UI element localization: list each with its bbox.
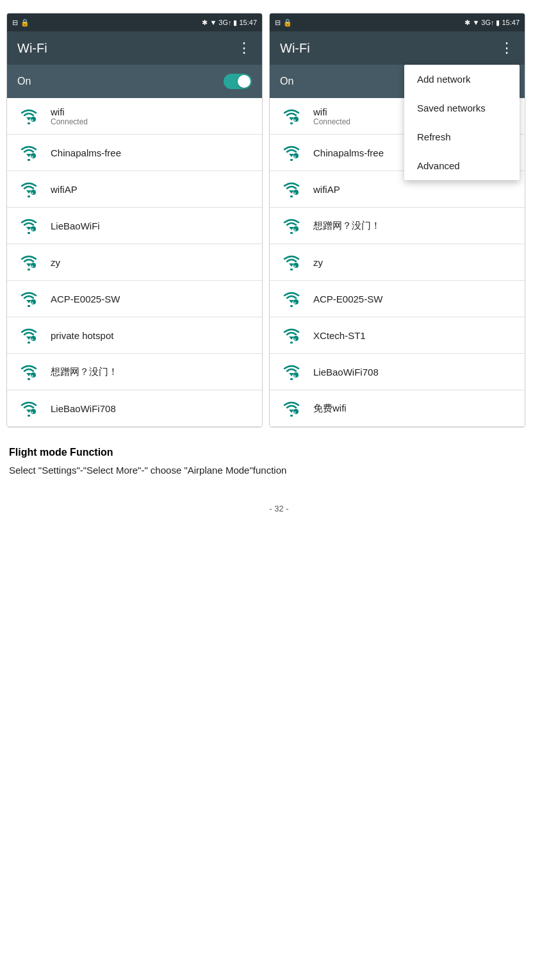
wifi-signal-svg: a — [19, 143, 38, 162]
wifi-signal-svg: a — [282, 179, 301, 199]
network-info: wifiAP — [313, 184, 340, 195]
svg-marker-44 — [289, 190, 294, 194]
lock-icon: 🔒 — [21, 19, 29, 27]
svg-marker-60 — [289, 336, 294, 340]
network-item[interactable]: a ACP-E0025-SW — [7, 281, 262, 317]
wifi-signal-svg: a — [282, 326, 301, 345]
wifi-icon: a — [17, 251, 40, 274]
wifi-signal-svg: a — [282, 106, 301, 126]
network-item[interactable]: a LieBaoWiFi708 — [7, 390, 262, 427]
svg-rect-65 — [290, 378, 293, 380]
wifi-signal-svg: a — [19, 289, 38, 308]
wifi-icon: a — [17, 287, 40, 310]
menu-add-network[interactable]: Add network — [404, 65, 520, 94]
network-item[interactable]: a wifiAP — [7, 171, 262, 208]
network-item[interactable]: a Chinapalms-free — [7, 135, 262, 171]
wifi-icon: a — [17, 214, 40, 237]
network-name: XCtech-ST1 — [313, 330, 366, 341]
network-info: LieBaoWiFi708 — [313, 367, 379, 378]
network-name: wifi — [51, 106, 88, 117]
wifi-signal-svg: a — [282, 143, 301, 162]
network-item[interactable]: a ACP-E0025-SW — [270, 281, 525, 317]
svg-marker-12 — [26, 227, 31, 230]
wifi-signal-svg: a — [282, 216, 301, 235]
svg-rect-49 — [290, 232, 293, 234]
network-name: Chinapalms-free — [51, 147, 121, 158]
dropdown-menu: Add network Saved networks Refresh Advan… — [404, 65, 520, 180]
flight-mode-title: Flight mode Function — [9, 447, 549, 458]
network-item[interactable]: a 想蹭网？没门！ — [270, 208, 525, 244]
menu-saved-networks[interactable]: Saved networks — [404, 94, 520, 122]
network-item[interactable]: a private hotspot — [7, 317, 262, 354]
on-label-right: On — [280, 76, 293, 87]
menu-refresh[interactable]: Refresh — [404, 122, 520, 151]
svg-marker-56 — [289, 300, 294, 303]
network-info: ACP-E0025-SW — [313, 294, 382, 304]
network-item[interactable]: a zy — [270, 244, 525, 281]
network-name: ACP-E0025-SW — [51, 294, 120, 304]
network-name: LieBaoWiFi — [51, 220, 100, 231]
svg-rect-37 — [290, 122, 293, 124]
wifi-toggle-left[interactable] — [224, 74, 252, 89]
svg-text:a: a — [294, 301, 296, 304]
network-name: LieBaoWiFi708 — [313, 367, 379, 378]
svg-rect-45 — [290, 195, 293, 197]
on-label-left: On — [17, 76, 31, 87]
network-info: private hotspot — [51, 330, 113, 341]
wifi-icon: a — [280, 397, 303, 420]
svg-rect-21 — [28, 305, 30, 307]
network-list-left: a wifi Connected a — [7, 98, 262, 427]
wifi-toolbar-left: Wi-Fi ⋮ — [7, 31, 262, 65]
network-info: wifi Connected — [51, 106, 88, 126]
network-name: 免费wifi — [313, 403, 347, 415]
svg-text:a: a — [31, 228, 33, 231]
svg-text:a: a — [31, 154, 33, 158]
bluetooth-icon-right: ✱ — [464, 19, 470, 27]
network-name: zy — [51, 257, 60, 268]
svg-marker-48 — [289, 227, 294, 230]
wifi-icon: a — [17, 360, 40, 383]
wifi-icon: a — [17, 178, 40, 201]
more-icon-left[interactable]: ⋮ — [237, 40, 252, 56]
network-item[interactable]: a 想蹭网？没门！ — [7, 354, 262, 390]
svg-rect-53 — [290, 269, 293, 270]
network-item[interactable]: a LieBaoWiFi708 — [270, 354, 525, 390]
status-right-icons: ✱ ▼ 3G↑ ▮ 15:47 — [202, 19, 257, 27]
wifi-signal-svg: a — [282, 289, 301, 308]
network-name: wifiAP — [51, 184, 78, 195]
network-info: Chinapalms-free — [51, 147, 121, 158]
network-info: wifiAP — [51, 184, 78, 195]
menu-advanced[interactable]: Advanced — [404, 151, 520, 180]
wifi-title-left: Wi-Fi — [17, 41, 47, 56]
network-item[interactable]: a LieBaoWiFi — [7, 208, 262, 244]
sim-icon: ⊟ — [12, 19, 18, 27]
svg-rect-17 — [28, 269, 30, 270]
svg-text:a: a — [294, 264, 296, 268]
network-item[interactable]: a zy — [7, 244, 262, 281]
svg-marker-24 — [26, 336, 31, 340]
svg-marker-40 — [289, 154, 294, 157]
svg-rect-29 — [28, 378, 30, 380]
wifi-signal-svg: a — [282, 362, 301, 381]
on-row-left: On — [7, 65, 262, 98]
wifi-icon: a — [280, 287, 303, 310]
sim-icon-right: ⊟ — [275, 19, 281, 27]
wifi-icon: a — [280, 141, 303, 164]
network-info: LieBaoWiFi708 — [51, 403, 116, 414]
network-name: wifiAP — [313, 184, 340, 195]
network-item[interactable]: a XCtech-ST1 — [270, 317, 525, 354]
more-icon-right[interactable]: ⋮ — [500, 40, 514, 56]
network-name: wifi — [313, 106, 350, 117]
network-item[interactable]: a 免费wifi — [270, 390, 525, 427]
network-name: ACP-E0025-SW — [313, 294, 382, 304]
svg-text:a: a — [294, 374, 296, 378]
svg-rect-25 — [28, 342, 30, 344]
status-left-icons: ⊟ 🔒 — [12, 19, 29, 27]
svg-text:a: a — [294, 410, 296, 414]
network-status: Connected — [313, 117, 350, 126]
network-item[interactable]: a wifi Connected — [7, 98, 262, 135]
svg-text:a: a — [294, 154, 296, 158]
svg-text:a: a — [31, 264, 33, 268]
network-info: XCtech-ST1 — [313, 330, 366, 341]
page-number: - 32 - — [0, 491, 558, 520]
